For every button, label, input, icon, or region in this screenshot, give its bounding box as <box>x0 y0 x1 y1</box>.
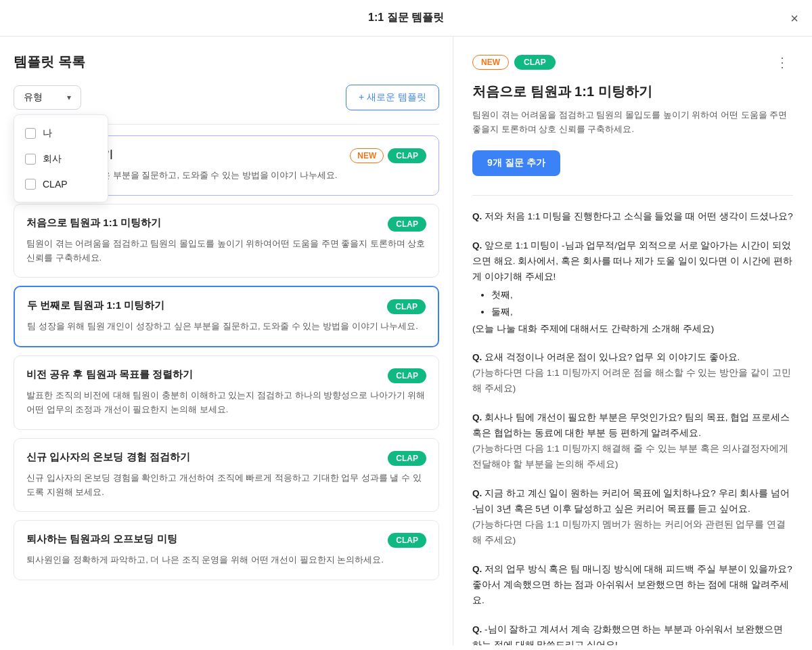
card-desc-6: 퇴사원인을 정확하게 파악하고, 더 나은 조직 운영을 위해 어떤 개선이 필… <box>26 553 426 567</box>
detail-badge-row: NEW CLAP ⋮ <box>472 53 793 72</box>
detail-title: 처음으로 팀원과 1:1 미팅하기 <box>472 83 793 101</box>
question-text-2: 앞으로 1:1 미팅이 -님과 업무적/업무 외적으로 서로 알아가는 시간이 … <box>472 240 792 282</box>
card-title-2: 처음으로 팀원과 1:1 미팅하기 <box>26 217 388 230</box>
question-item-2: Q. 앞으로 1:1 미팅이 -님과 업무적/업무 외적으로 서로 알아가는 시… <box>472 238 793 337</box>
dropdown-option-clap: CLAP <box>43 179 68 190</box>
dropdown-option-company: 회사 <box>43 153 62 165</box>
left-panel: 템플릿 목록 유형 ▾ 나 회사 CLAP <box>0 37 453 645</box>
badge-clap-5: CLAP <box>388 451 426 466</box>
card-desc-5: 신규 입사자의 온보딩 경험을 확인하고 개선하여 조직에 빠르게 적응하고 기… <box>26 471 426 500</box>
modal-header: 1:1 질문 템플릿 × <box>0 0 812 37</box>
q-label-2: Q. <box>472 240 484 251</box>
card-title-4: 비전 공유 후 팀원과 목표를 정렬하기 <box>26 368 388 381</box>
badge-row-5: CLAP <box>388 451 426 466</box>
template-card-6[interactable]: 퇴사하는 팀원과의 오프보딩 미팅 CLAP 퇴사원인을 정확하게 파악하고, … <box>14 520 439 580</box>
question-text-7: -님이 잘하고 계셔서 계속 강화했으면 하는 부분과 아쉬워서 보완했으면 하… <box>472 624 788 645</box>
right-panel: NEW CLAP ⋮ 처음으로 팀원과 1:1 미팅하기 팀원이 겪는 어려움을… <box>453 37 812 645</box>
badge-clap-1: CLAP <box>388 148 426 163</box>
add-questions-button[interactable]: 9개 질문 추가 <box>472 150 560 176</box>
question-text-4: 회사나 팀에 개선이 필요한 부분은 무엇인가요? 팀의 목표, 협업 프로세스… <box>472 412 790 469</box>
question-item-4: Q. 회사나 팀에 개선이 필요한 부분은 무엇인가요? 팀의 목표, 협업 프… <box>472 410 793 473</box>
question-text-5: 지금 하고 계신 일이 원하는 커리어 목표에 일치하나요? 우리 회사를 넘어… <box>472 488 790 545</box>
dropdown-item-na[interactable]: 나 <box>14 121 108 146</box>
badge-row-1: NEW CLAP <box>350 148 426 163</box>
more-options-button[interactable]: ⋮ <box>771 53 793 72</box>
q-label-5: Q. <box>472 488 484 498</box>
q-label-3: Q. <box>472 352 484 362</box>
q-label-1: Q. <box>472 211 484 221</box>
detail-divider <box>472 195 793 196</box>
badge-new-1: NEW <box>350 148 384 163</box>
badge-clap-2: CLAP <box>388 217 426 232</box>
badge-clap-6: CLAP <box>388 533 426 548</box>
template-card-3[interactable]: 두 번째로 팀원과 1:1 미팅하기 CLAP 팀 성장을 위해 팀원 개인이 … <box>14 286 439 347</box>
template-card-4[interactable]: 비전 공유 후 팀원과 목표를 정렬하기 CLAP 발표한 조직의 비전에 대해… <box>14 355 439 430</box>
dropdown-option-na: 나 <box>43 127 52 139</box>
chevron-down-icon: ▾ <box>67 93 71 102</box>
bullet-item-2-1: 첫째, <box>491 288 793 303</box>
card-title-5: 신규 입사자의 온보딩 경험 점검하기 <box>26 451 388 464</box>
badge-row-6: CLAP <box>388 533 426 548</box>
question-item-1: Q. 저와 처음 1:1 미팅을 진행한다고 소식을 들었을 때 어떤 생각이 … <box>472 209 793 225</box>
checkbox-clap[interactable] <box>25 179 36 190</box>
card-desc-3: 팀 성장을 위해 팀원 개인이 성장하고 싶은 부분을 질문하고, 도와줄 수 … <box>27 320 426 334</box>
detail-badge-clap: CLAP <box>514 55 556 70</box>
question-text-3: 요새 걱정이나 어려운 점이 있나요? 업무 외 이야기도 좋아요. (가능하다… <box>472 352 791 393</box>
card-title-3: 두 번째로 팀원과 1:1 미팅하기 <box>27 299 387 312</box>
modal-title: 1:1 질문 템플릿 <box>368 11 444 25</box>
card-header-3: 두 번째로 팀원과 1:1 미팅하기 CLAP <box>27 299 426 314</box>
checkbox-company[interactable] <box>25 154 36 165</box>
dropdown-item-company[interactable]: 회사 <box>14 146 108 172</box>
card-header-6: 퇴사하는 팀원과의 오프보딩 미팅 CLAP <box>26 533 426 548</box>
bullet-list-2: 첫째, 둘째, <box>491 288 793 320</box>
q-label-4: Q. <box>472 412 484 422</box>
toolbar: 유형 ▾ 나 회사 CLAP <box>14 85 439 110</box>
question-item-7: Q. -님이 잘하고 계셔서 계속 강화했으면 하는 부분과 아쉬워서 보완했으… <box>472 622 793 645</box>
card-desc-2: 팀원이 겪는 어려움을 점검하고 팀원의 몰입도를 높이기 위하여어떤 도움을 … <box>26 237 426 265</box>
template-card-2[interactable]: 처음으로 팀원과 1:1 미팅하기 CLAP 팀원이 겪는 어려움을 점검하고 … <box>14 204 439 278</box>
bullet-item-2-2: 둘째, <box>491 305 793 320</box>
question-text-1: 저와 처음 1:1 미팅을 진행한다고 소식을 들었을 때 어떤 생각이 드셨나… <box>484 211 793 221</box>
question-item-3: Q. 요새 걱정이나 어려운 점이 있나요? 업무 외 이야기도 좋아요. (가… <box>472 350 793 397</box>
badge-row-2: CLAP <box>388 217 426 232</box>
q-label-6: Q. <box>472 564 484 574</box>
new-template-button[interactable]: + 새로운 템플릿 <box>346 85 439 110</box>
dropdown-menu: 나 회사 CLAP <box>14 114 108 202</box>
badge-row-4: CLAP <box>388 368 426 383</box>
template-card-5[interactable]: 신규 입사자의 온보딩 경험 점검하기 CLAP 신규 입사자의 온보딩 경험을… <box>14 438 439 513</box>
question-text-6: 저의 업무 방식 혹은 팀 매니징 방식에 대해 피드백 주실 부분이 있을까요… <box>472 564 792 605</box>
question-sub-2: (오늘 나눌 대화 주제에 대해서도 간략하게 소개해 주세요) <box>472 322 793 337</box>
badge-row-3: CLAP <box>387 299 426 314</box>
card-title-6: 퇴사하는 팀원과의 오프보딩 미팅 <box>26 533 388 546</box>
card-header-2: 처음으로 팀원과 1:1 미팅하기 CLAP <box>26 217 426 232</box>
badge-clap-4: CLAP <box>388 368 426 383</box>
card-desc-4: 발표한 조직의 비전에 대해 팀원이 충분히 이해하고 있는지 점검하고 하나의… <box>26 389 426 417</box>
detail-badge-new: NEW <box>472 55 509 70</box>
q-label-7: Q. <box>472 624 484 634</box>
question-item-6: Q. 저의 업무 방식 혹은 팀 매니징 방식에 대해 피드백 주실 부분이 있… <box>472 562 793 609</box>
type-dropdown[interactable]: 유형 ▾ 나 회사 CLAP <box>14 85 81 110</box>
badge-clap-3: CLAP <box>387 299 426 314</box>
dropdown-label: 유형 <box>24 91 43 104</box>
detail-desc: 팀원이 겪는 어려움을 점검하고 팀원의 몰입도를 높이기 위하여 어떤 도움을… <box>472 108 793 137</box>
card-header-4: 비전 공유 후 팀원과 목표를 정렬하기 CLAP <box>26 368 426 383</box>
card-header-5: 신규 입사자의 온보딩 경험 점검하기 CLAP <box>26 451 426 466</box>
close-button[interactable]: × <box>790 10 798 26</box>
modal-body: 템플릿 목록 유형 ▾ 나 회사 CLAP <box>0 37 812 645</box>
checkbox-na[interactable] <box>25 128 36 139</box>
dropdown-item-clap[interactable]: CLAP <box>14 172 108 196</box>
question-item-5: Q. 지금 하고 계신 일이 원하는 커리어 목표에 일치하나요? 우리 회사를… <box>472 486 793 548</box>
panel-title: 템플릿 목록 <box>14 53 439 71</box>
